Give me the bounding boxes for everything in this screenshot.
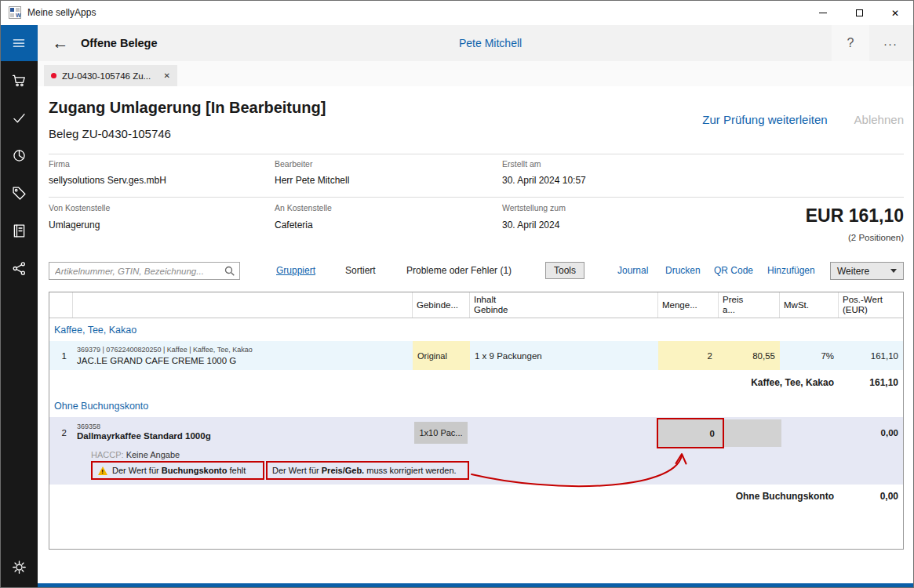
grouped-toggle[interactable]: Gruppiert	[276, 265, 315, 276]
help-button[interactable]: ?	[832, 25, 869, 61]
col-gebinde[interactable]: Gebinde...	[413, 292, 470, 318]
hamburger-icon	[11, 35, 27, 51]
wertstellung-value: 30. April 2024	[502, 220, 559, 230]
article-meta: 369379 | 07622400820250 | Kaffee | Kaffe…	[77, 346, 253, 354]
col-preis[interactable]: Preisa...	[719, 292, 780, 318]
divider	[49, 154, 904, 154]
ledger-icon	[11, 223, 27, 239]
menge-cell-error[interactable]: 0	[657, 418, 724, 448]
row-number: 1	[49, 341, 73, 370]
more-actions-label: Weitere	[837, 266, 869, 277]
sidebar	[0, 25, 38, 588]
tab-close-button[interactable]: ✕	[164, 71, 170, 80]
settings-button[interactable]	[0, 554, 38, 580]
sidebar-item-journal[interactable]	[0, 212, 38, 249]
group-footer-label: Kaffee, Tee, Kakao	[49, 377, 839, 388]
cart-icon	[11, 72, 27, 89]
window-title: Meine sellyApps	[27, 7, 96, 18]
mwst-cell: 7%	[780, 341, 839, 370]
back-button[interactable]: ←	[47, 25, 74, 61]
group-footer-kaffee: Kaffee, Tee, Kakao 161,10	[49, 370, 903, 394]
tab-label: ZU-0430-105746 Zu...	[62, 71, 151, 81]
sidebar-item-reports[interactable]	[0, 136, 38, 174]
document-tab[interactable]: ZU-0430-105746 Zu... ✕	[44, 65, 177, 86]
article-description: 369379 | 07622400820250 | Kaffee | Kaffe…	[73, 341, 413, 370]
add-link[interactable]: Hinzufügen	[767, 265, 815, 276]
von-kostenstelle-label: Von Kostenstelle	[49, 203, 110, 212]
menge-cell[interactable]: 2	[658, 341, 719, 370]
group-header-ohne-buchungskonto[interactable]: Ohne Buchungskonto	[49, 394, 903, 417]
col-description	[73, 292, 413, 318]
bearbeiter-value: Herr Pete Mitchell	[275, 175, 349, 186]
gebinde-cell[interactable]: Original	[413, 341, 470, 370]
haccp-info: HACCP: Keine Angabe	[91, 450, 180, 459]
price-tag-icon	[11, 185, 27, 201]
forward-for-review-link[interactable]: Zur Prüfung weiterleiten	[702, 113, 827, 126]
von-kostenstelle-value: Umlagerung	[49, 220, 100, 230]
unsaved-dot-icon	[51, 73, 56, 78]
document-actions: Zur Prüfung weiterleiten Ablehnen	[702, 113, 904, 126]
search-icon	[224, 266, 235, 277]
tools-label: Tools	[554, 265, 576, 276]
erstellt-value: 30. April 2024 10:57	[502, 175, 586, 186]
col-menge[interactable]: Menge...	[658, 292, 719, 318]
sidebar-item-prices[interactable]	[0, 174, 38, 212]
close-button[interactable]: ✕	[877, 1, 913, 25]
qr-code-link[interactable]: QR Code	[714, 265, 753, 276]
an-kostenstelle-value: Cafeteria	[275, 220, 313, 230]
share-network-icon	[11, 260, 27, 277]
maximize-button[interactable]	[841, 1, 877, 25]
group-footer-label: Ohne Buchungskonto	[49, 491, 839, 502]
minimize-icon	[819, 13, 827, 13]
erstellt-label: Erstellt am	[502, 159, 541, 169]
journal-link[interactable]: Journal	[617, 265, 648, 276]
app-icon: W	[9, 6, 21, 19]
positions-count: (2 Positionen)	[848, 233, 904, 242]
col-mwst[interactable]: MwSt.	[780, 292, 839, 318]
search-input[interactable]	[49, 263, 239, 279]
problems-filter[interactable]: Probleme oder Fehler (1)	[406, 265, 512, 276]
warning-buchungskonto[interactable]: Der Wert für Buchungskonto fehlt	[91, 461, 264, 480]
gebinde-cell[interactable]: 1x10 Pac...	[414, 422, 468, 444]
chevron-down-icon	[890, 269, 897, 273]
sorted-toggle[interactable]: Sortiert	[345, 265, 376, 276]
page-title: Offene Belege	[81, 25, 158, 61]
total-amount: EUR 161,10	[806, 205, 904, 227]
an-kostenstelle-label: An Kostenstelle	[275, 203, 332, 212]
warning-icon	[97, 466, 108, 475]
col-inhalt[interactable]: InhaltGebinde	[470, 292, 658, 318]
inhalt-cell: 1 x 9 Packungen	[470, 341, 658, 370]
firma-value: sellysolutions Serv.ges.mbH	[49, 175, 166, 186]
print-link[interactable]: Drucken	[665, 265, 701, 276]
tools-button[interactable]: Tools	[545, 262, 584, 279]
warning-preis[interactable]: Der Wert für Preis/Geb. muss korrigiert …	[266, 461, 469, 480]
article-search	[49, 262, 240, 280]
status-accent-bar	[38, 583, 914, 588]
minimize-button[interactable]	[805, 1, 841, 25]
help-icon: ?	[847, 36, 854, 50]
document-view: Zugang Umlagerung [In Bearbeitung] Zur P…	[38, 86, 914, 583]
gear-icon	[11, 559, 27, 575]
table-row[interactable]: 1 369379 | 07622400820250 | Kaffee | Kaf…	[49, 341, 903, 370]
row-number: 2	[49, 428, 73, 437]
article-meta: 369358	[77, 423, 100, 430]
sidebar-item-share[interactable]	[0, 249, 38, 287]
preis-cell[interactable]: 80,55	[719, 341, 780, 370]
menu-button[interactable]	[0, 25, 38, 61]
more-actions-dropdown[interactable]: Weitere	[830, 262, 904, 280]
wertstellung-label: Wertstellung zum	[502, 203, 566, 212]
more-options-button[interactable]: ···	[872, 25, 909, 61]
table-row[interactable]: 2 369358 Dallmayrkaffee Standard 1000g H…	[49, 417, 903, 485]
col-pos-wert[interactable]: Pos.-Wert(EUR)	[839, 292, 903, 318]
group-footer-value: 0,00	[839, 491, 903, 502]
firma-label: Firma	[49, 159, 70, 169]
tab-strip: ZU-0430-105746 Zu... ✕	[38, 61, 914, 86]
document-title: Zugang Umlagerung [In Bearbeitung]	[49, 99, 326, 117]
group-header-kaffee[interactable]: Kaffee, Tee, Kakao	[49, 318, 903, 341]
article-name: JAC.LE GRAND CAFE CREME 1000 G	[77, 356, 236, 365]
sidebar-item-tasks[interactable]	[0, 99, 38, 136]
sidebar-item-cart[interactable]	[0, 61, 38, 99]
user-name-link[interactable]: Pete Mitchell	[459, 25, 522, 61]
ellipsis-icon: ···	[883, 37, 898, 50]
reject-link[interactable]: Ablehnen	[854, 113, 904, 126]
